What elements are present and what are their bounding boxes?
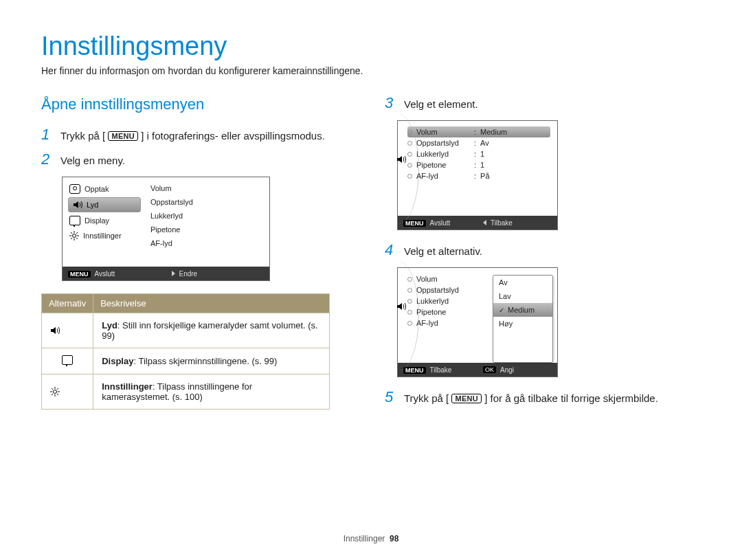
chevron-left-icon <box>483 220 486 225</box>
item-key: Lukkerlyd <box>416 150 470 158</box>
item-value: 1 <box>480 150 521 158</box>
check-icon <box>499 306 505 312</box>
item-value: Av <box>480 139 521 147</box>
step-number: 2 <box>41 152 54 167</box>
svg-line-14 <box>52 388 53 390</box>
item-key: Volum <box>416 128 470 136</box>
item-key: Oppstartslyd <box>416 139 470 147</box>
row-desc: : Tilpass skjerminnstillingene. (s. 99) <box>133 356 277 366</box>
list-item[interactable]: Lukkerlyd:1 <box>407 148 557 159</box>
step-5-text-b: ] for å gå tilbake til forrige skjermbil… <box>484 392 658 404</box>
list-item: Oppstartslyd <box>407 284 490 295</box>
item-value: Medium <box>480 128 521 136</box>
item-key: Pipetone <box>416 308 446 316</box>
popup-item[interactable]: Av <box>493 276 552 289</box>
display-icon <box>62 355 73 365</box>
foot-left-label: Avslutt <box>95 270 115 278</box>
item-key: AF-lyd <box>416 172 470 180</box>
svg-line-7 <box>76 232 78 234</box>
popup-item[interactable]: Lav <box>493 289 552 303</box>
step-4-text: Velg et alternativ. <box>404 243 482 257</box>
table-header-desc: Beskrivelse <box>93 294 330 313</box>
list-item: Volum <box>407 273 490 284</box>
popup-item[interactable]: Høy <box>493 317 552 331</box>
sound-icon <box>396 155 406 164</box>
list-item[interactable]: Pipetone:1 <box>407 159 557 170</box>
menu-item-sound[interactable]: Lyd <box>68 197 141 212</box>
foot-left-label: Tilbake <box>430 366 452 374</box>
step-number: 3 <box>385 96 397 111</box>
item-key: Pipetone <box>416 161 470 169</box>
list-item: Lukkerlyd <box>407 295 490 306</box>
table-row: Lyd: Still inn forskjellige kameralyder … <box>42 313 330 348</box>
list-item[interactable]: Volum:Medium <box>407 126 550 137</box>
camera-screen-menu: Opptak Lyd Display Innstillinger Volum O… <box>62 177 270 281</box>
menu-icon: MENU <box>68 270 91 278</box>
footer-section: Innstillinger <box>344 534 385 544</box>
svg-line-17 <box>52 394 53 395</box>
step-1-text-b: ] i fotograferings- eller avspillingsmod… <box>141 130 325 142</box>
list-item-label: AF-lyd <box>150 239 172 247</box>
page-intro: Her finner du informasjon om hvordan du … <box>41 65 701 76</box>
camera-footbar: MENUTilbake OKAngi <box>398 363 557 377</box>
chevron-right-icon <box>172 271 175 276</box>
svg-line-15 <box>57 394 58 395</box>
ok-icon: OK <box>483 366 496 373</box>
svg-line-16 <box>57 388 58 390</box>
camera-icon <box>69 184 80 194</box>
list-item: Pipetone <box>407 306 490 317</box>
step-number: 1 <box>41 127 54 142</box>
step-2-text: Velg en meny. <box>60 152 125 166</box>
arc-decoration <box>377 261 419 371</box>
popup-item-label: Medium <box>508 306 535 314</box>
list-item-label: Pipetone <box>150 225 180 234</box>
step-3-text: Velg et element. <box>404 96 478 110</box>
sound-icon <box>396 302 406 311</box>
menu-item-record[interactable]: Opptak <box>65 181 144 197</box>
row-term: Display <box>102 356 133 366</box>
camera-footbar: MENUAvslutt Tilbake <box>398 216 557 229</box>
step-4: 4 Velg et alternativ. <box>385 243 701 258</box>
step-3: 3 Velg et element. <box>385 96 701 111</box>
list-item[interactable]: AF-lyd:På <box>407 170 557 181</box>
row-desc: : Still inn forskjellige kameralyder sam… <box>102 320 318 341</box>
list-item-label: Lyd <box>87 201 98 209</box>
step-1: 1 Trykk på [ MENU ] i fotograferings- el… <box>41 127 357 142</box>
foot-right-label: Angi <box>500 366 514 374</box>
table-header-alt: Alternativ <box>42 294 93 313</box>
menu-icon: MENU <box>403 219 426 227</box>
item-value: 1 <box>480 161 521 169</box>
list-item[interactable]: Pipetone <box>146 223 269 236</box>
step-5: 5 Trykk på [ MENU ] for å gå tilbake til… <box>385 390 701 405</box>
popup-item-selected[interactable]: Medium <box>493 303 552 317</box>
left-column: Åpne innstillingsmenyen 1 Trykk på [ MEN… <box>41 96 357 414</box>
camera-screen-option: Volum Oppstartslyd Lukkerlyd Pipetone AF… <box>397 267 558 377</box>
arc-decoration <box>377 114 419 224</box>
menu-item-settings[interactable]: Innstillinger <box>65 228 144 243</box>
page-footer: Innstillinger 98 <box>0 534 742 544</box>
list-item[interactable]: Oppstartslyd:Av <box>407 137 557 148</box>
sound-icon <box>73 201 82 209</box>
row-term: Innstillinger <box>102 381 153 392</box>
menu-icon: MENU <box>108 131 138 141</box>
camera-right-pane: Volum Oppstartslyd Lukkerlyd Pipetone AF… <box>144 177 269 267</box>
step-5-text-a: Trykk på [ <box>404 392 449 404</box>
page-number: 98 <box>390 534 398 544</box>
item-key: Oppstartslyd <box>416 286 459 294</box>
foot-right-label: Tilbake <box>491 219 513 227</box>
list-item[interactable]: Lukkerlyd <box>146 209 269 223</box>
step-2: 2 Velg en meny. <box>41 152 357 167</box>
camera-screen-element: Volum:Medium Oppstartslyd:Av Lukkerlyd:1… <box>397 120 558 230</box>
item-value: På <box>480 172 521 180</box>
step-number: 5 <box>385 390 397 405</box>
foot-left-label: Avslutt <box>430 219 451 227</box>
list-item[interactable]: Oppstartslyd <box>146 195 269 209</box>
item-key: Lukkerlyd <box>416 297 449 305</box>
page-title: Innstillingsmeny <box>41 32 701 61</box>
list-item[interactable]: Volum <box>146 181 269 195</box>
right-column: 3 Velg et element. Volum:Medium Oppstart… <box>385 96 701 414</box>
menu-item-display[interactable]: Display <box>65 213 144 228</box>
list-item[interactable]: AF-lyd <box>146 236 269 250</box>
options-table: Alternativ Beskrivelse Lyd: Still inn fo… <box>41 293 330 410</box>
gear-icon <box>50 387 85 396</box>
